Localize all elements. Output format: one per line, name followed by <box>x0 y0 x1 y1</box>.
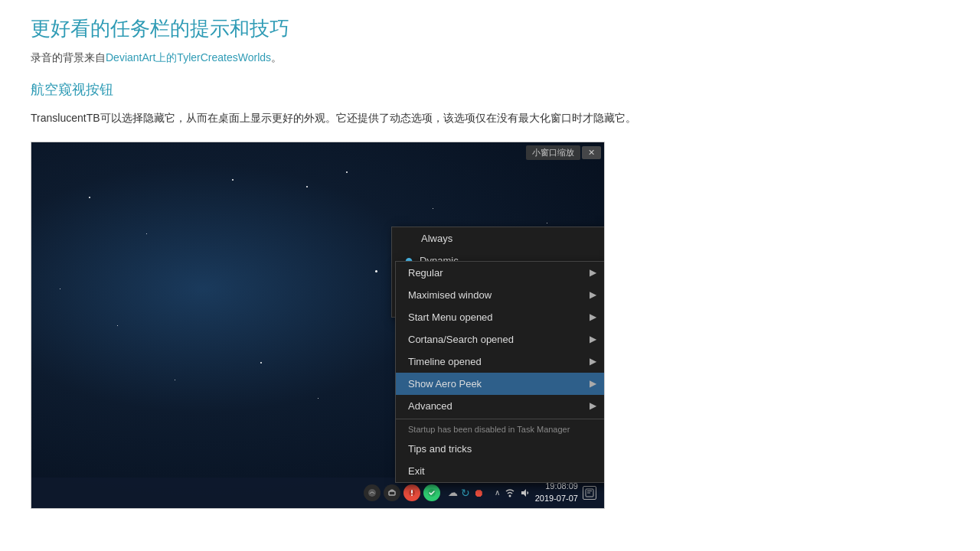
notification-center-icon[interactable] <box>583 486 596 500</box>
svg-rect-10 <box>587 492 590 493</box>
arrow-icon: ▶ <box>590 289 596 300</box>
close-button[interactable]: ✕ <box>582 146 601 159</box>
menu-item-start-menu[interactable]: Start Menu opened ▶ <box>396 306 604 328</box>
taskbar-right-area: ☁ ↻ ⏺ ∧ 19:08:09 2019-07-07 <box>364 481 596 504</box>
star <box>232 179 234 181</box>
menu-item-timeline[interactable]: Timeline opened ▶ <box>396 350 604 373</box>
system-tray: ∧ <box>495 487 531 498</box>
taskbar-app-icons <box>364 484 440 501</box>
svg-point-4 <box>411 494 413 496</box>
menu-item-show-peek[interactable]: Show Aero Peek ▶ <box>396 373 604 395</box>
star <box>433 208 433 209</box>
arrow-icon: ▶ <box>590 311 596 322</box>
arrow-icon: ▶ <box>590 400 596 411</box>
taskbar-system-icons: ☁ ↻ ⏺ <box>448 487 484 499</box>
submenu-item-always[interactable]: Always <box>392 227 604 249</box>
window-controls: 小窗口缩放 ✕ <box>526 145 601 160</box>
star <box>117 325 118 326</box>
arrow-icon: ▶ <box>590 334 596 344</box>
menu-divider <box>396 419 604 419</box>
menu-item-cortana[interactable]: Cortana/Search opened ▶ <box>396 328 604 350</box>
svg-marker-7 <box>521 489 526 497</box>
section-title: 航空窥视按钮 <box>31 80 812 99</box>
minimize-button[interactable]: 小窗口缩放 <box>526 145 580 160</box>
star <box>318 398 318 399</box>
arrow-icon: ▶ <box>590 378 596 389</box>
deviantart-link[interactable]: DeviantArt上的TylerCreatesWorlds <box>106 51 271 64</box>
star <box>375 270 377 272</box>
svg-rect-9 <box>587 491 592 491</box>
menu-item-maximised[interactable]: Maximised window ▶ <box>396 284 604 306</box>
menu-item-regular[interactable]: Regular ▶ <box>396 262 604 284</box>
taskbar-app-icon-4[interactable] <box>423 484 440 501</box>
star <box>146 233 147 234</box>
taskbar-clock[interactable]: 19:08:09 2019-07-07 <box>535 481 578 504</box>
svg-point-0 <box>368 489 376 497</box>
svg-rect-1 <box>389 491 395 495</box>
record-icon[interactable]: ⏺ <box>473 487 484 499</box>
screenshot-container: 小窗口缩放 ✕ Always ● Dynamic <box>31 142 605 509</box>
menu-item-exit[interactable]: Exit <box>396 460 604 482</box>
taskbar-app-icon-3[interactable] <box>403 484 420 501</box>
menu-item-advanced[interactable]: Advanced ▶ <box>396 395 604 417</box>
wifi-icon <box>505 487 515 498</box>
arrow-icon: ▶ <box>590 267 596 278</box>
svg-rect-3 <box>411 490 413 494</box>
menu-item-startup-disabled: Startup has been disabled in Task Manage… <box>396 421 604 438</box>
svg-point-6 <box>508 494 511 497</box>
space-background: 小窗口缩放 ✕ Always ● Dynamic <box>31 142 604 508</box>
chevron-up-icon[interactable]: ∧ <box>495 488 500 497</box>
refresh-icon[interactable]: ↻ <box>461 487 470 499</box>
subtitle: 录音的背景来自DeviantArt上的TylerCreatesWorlds。 <box>31 51 812 65</box>
arrow-icon: ▶ <box>590 356 596 367</box>
star <box>89 197 90 198</box>
taskbar-app-icon-1[interactable] <box>364 484 381 501</box>
taskbar-app-icon-2[interactable] <box>384 484 400 501</box>
star <box>60 289 60 289</box>
star <box>260 362 262 364</box>
cloud-icon[interactable]: ☁ <box>448 487 458 498</box>
no-check-icon <box>404 233 415 244</box>
body-text: TranslucentTB可以选择隐藏它，从而在桌面上显示更好的外观。它还提供了… <box>31 109 812 128</box>
volume-icon <box>520 487 531 498</box>
main-context-menu: Regular ▶ Maximised window ▶ Start Menu … <box>395 261 604 483</box>
star <box>175 380 175 380</box>
star <box>306 186 308 187</box>
page-title: 更好看的任务栏的提示和技巧 <box>31 15 812 42</box>
star <box>346 171 348 173</box>
menu-item-tips[interactable]: Tips and tricks <box>396 438 604 460</box>
star <box>547 223 547 223</box>
